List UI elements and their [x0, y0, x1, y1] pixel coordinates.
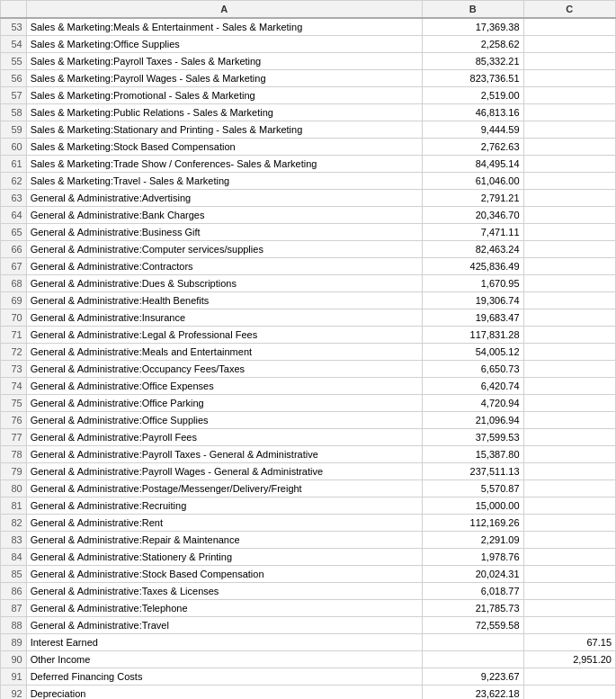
table-row: 92Depreciation23,622.18: [1, 686, 616, 700]
table-row: 89Interest Earned67.15: [1, 634, 616, 651]
cell-a: Sales & Marketing:Travel - Sales & Marke…: [26, 173, 422, 190]
table-row: 69General & Administrative:Health Benefi…: [1, 292, 616, 309]
cell-a: Interest Earned: [26, 634, 422, 651]
row-number: 71: [1, 327, 27, 344]
cell-c: [523, 104, 615, 121]
table-row: 81General & Administrative:Recruiting15,…: [1, 497, 616, 515]
cell-c: 67.15: [523, 634, 615, 651]
cell-c: [523, 292, 615, 309]
cell-a: General & Administrative:Advertising: [26, 190, 422, 207]
cell-c: [523, 480, 615, 497]
cell-b: 19,683.47: [422, 309, 523, 327]
cell-a: General & Administrative:Legal & Profess…: [26, 327, 422, 344]
cell-c: [523, 207, 615, 224]
row-number: 88: [1, 617, 27, 634]
table-row: 73General & Administrative:Occupancy Fee…: [1, 361, 616, 378]
cell-b: 20,346.70: [422, 207, 523, 224]
cell-b: 37,599.53: [422, 429, 523, 446]
cell-a: General & Administrative:Taxes & License…: [26, 583, 422, 600]
cell-b: 17,369.38: [422, 18, 523, 36]
table-row: 75General & Administrative:Office Parkin…: [1, 395, 616, 412]
cell-b: 82,463.24: [422, 241, 523, 258]
table-row: 82General & Administrative:Rent112,169.2…: [1, 515, 616, 532]
row-number: 92: [1, 686, 27, 700]
cell-c: [523, 224, 615, 241]
cell-b: 23,622.18: [422, 686, 523, 700]
table-row: 88General & Administrative:Travel72,559.…: [1, 617, 616, 634]
cell-b: 5,570.87: [422, 480, 523, 497]
table-row: 54Sales & Marketing:Office Supplies2,258…: [1, 36, 616, 53]
row-number: 83: [1, 532, 27, 549]
cell-a: General & Administrative:Insurance: [26, 309, 422, 327]
cell-b: 72,559.58: [422, 617, 523, 634]
cell-c: [523, 53, 615, 70]
row-number: 75: [1, 395, 27, 412]
row-number: 81: [1, 497, 27, 515]
cell-c: [523, 344, 615, 361]
cell-c: [523, 327, 615, 344]
cell-b: 20,024.31: [422, 566, 523, 583]
table-row: 79General & Administrative:Payroll Wages…: [1, 463, 616, 480]
cell-a: General & Administrative:Bank Charges: [26, 207, 422, 224]
cell-a: General & Administrative:Dues & Subscrip…: [26, 275, 422, 292]
cell-c: [523, 36, 615, 53]
cell-c: [523, 87, 615, 104]
table-row: 91Deferred Financing Costs9,223.67: [1, 668, 616, 686]
cell-c: [523, 275, 615, 292]
col-header-rownum: [1, 1, 27, 19]
col-header-c: C: [523, 1, 615, 19]
cell-c: [523, 463, 615, 480]
row-number: 86: [1, 583, 27, 600]
cell-c: [523, 309, 615, 327]
cell-b: 21,096.94: [422, 412, 523, 429]
table-row: 58Sales & Marketing:Public Relations - S…: [1, 104, 616, 121]
row-number: 56: [1, 70, 27, 87]
table-row: 53Sales & Marketing:Meals & Entertainmen…: [1, 18, 616, 36]
table-row: 63General & Administrative:Advertising2,…: [1, 190, 616, 207]
cell-c: [523, 378, 615, 395]
cell-c: [523, 429, 615, 446]
cell-a: General & Administrative:Travel: [26, 617, 422, 634]
cell-c: [523, 668, 615, 686]
cell-a: Depreciation: [26, 686, 422, 700]
cell-c: [523, 241, 615, 258]
cell-b: 237,511.13: [422, 463, 523, 480]
table-row: 77General & Administrative:Payroll Fees3…: [1, 429, 616, 446]
table-row: 55Sales & Marketing:Payroll Taxes - Sale…: [1, 53, 616, 70]
table-row: 84General & Administrative:Stationery & …: [1, 549, 616, 566]
cell-b: 2,519.00: [422, 87, 523, 104]
cell-a: General & Administrative:Postage/Messeng…: [26, 480, 422, 497]
cell-a: General & Administrative:Stationery & Pr…: [26, 549, 422, 566]
row-number: 68: [1, 275, 27, 292]
cell-a: General & Administrative:Business Gift: [26, 224, 422, 241]
table-row: 67General & Administrative:Contractors42…: [1, 258, 616, 275]
row-number: 59: [1, 121, 27, 139]
cell-a: Sales & Marketing:Stationary and Printin…: [26, 121, 422, 139]
cell-c: [523, 532, 615, 549]
col-header-b: B: [422, 1, 523, 19]
table-row: 65General & Administrative:Business Gift…: [1, 224, 616, 241]
row-number: 62: [1, 173, 27, 190]
cell-c: [523, 156, 615, 173]
row-number: 63: [1, 190, 27, 207]
cell-c: [523, 497, 615, 515]
row-number: 55: [1, 53, 27, 70]
row-number: 61: [1, 156, 27, 173]
cell-b: 9,444.59: [422, 121, 523, 139]
cell-c: [523, 515, 615, 532]
cell-a: General & Administrative:Payroll Taxes -…: [26, 446, 422, 463]
spreadsheet: A B C 53Sales & Marketing:Meals & Entert…: [0, 0, 616, 699]
cell-a: Sales & Marketing:Stock Based Compensati…: [26, 139, 422, 156]
table-row: 86General & Administrative:Taxes & Licen…: [1, 583, 616, 600]
row-number: 70: [1, 309, 27, 327]
row-number: 84: [1, 549, 27, 566]
cell-b: 15,000.00: [422, 497, 523, 515]
table-row: 71General & Administrative:Legal & Profe…: [1, 327, 616, 344]
cell-c: [523, 412, 615, 429]
cell-a: General & Administrative:Meals and Enter…: [26, 344, 422, 361]
table-row: 74General & Administrative:Office Expens…: [1, 378, 616, 395]
cell-a: Sales & Marketing:Payroll Taxes - Sales …: [26, 53, 422, 70]
cell-b: 9,223.67: [422, 668, 523, 686]
cell-b: 2,291.09: [422, 532, 523, 549]
table-row: 64General & Administrative:Bank Charges2…: [1, 207, 616, 224]
